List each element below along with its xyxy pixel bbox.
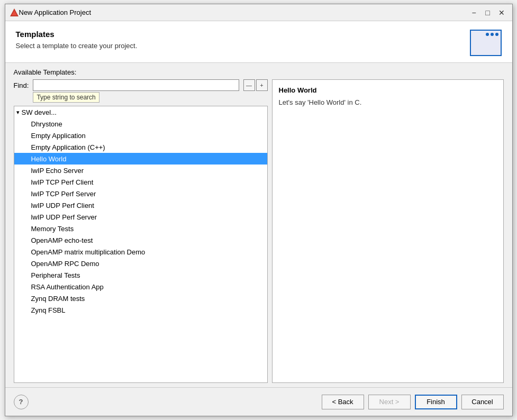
tree-item[interactable]: Empty Application xyxy=(14,130,267,141)
tree-item[interactable]: lwIP UDP Perf Client xyxy=(14,199,267,211)
find-input[interactable] xyxy=(33,79,239,91)
help-button[interactable]: ? xyxy=(14,395,29,409)
back-button[interactable]: < Back xyxy=(322,395,364,409)
dialog: New Application Project − □ ✕ Templates … xyxy=(5,4,513,416)
tree-item[interactable]: Dhrystone xyxy=(14,118,267,130)
collapse-all-button[interactable]: — xyxy=(243,79,255,91)
header-icon-dots xyxy=(486,33,498,36)
find-label: Find: xyxy=(14,81,29,89)
tree-item[interactable]: lwIP Echo Server xyxy=(14,165,267,176)
footer: ? < Back Next > Finish Cancel xyxy=(5,387,512,416)
tree-item[interactable]: lwIP TCP Perf Client xyxy=(14,176,267,188)
tree-item[interactable]: OpenAMP RPC Demo xyxy=(14,258,267,269)
detail-title: Hello World xyxy=(279,86,497,94)
header-subtitle: Select a template to create your project… xyxy=(16,42,470,50)
tree-item[interactable]: RSA Authentication App xyxy=(14,281,267,293)
left-panel: Find: Type string to search — + ▾ SW dev… xyxy=(14,79,268,383)
title-bar-text: New Application Project xyxy=(19,8,468,16)
find-row: Find: Type string to search — + xyxy=(14,79,268,91)
header-text: Templates Select a template to create yo… xyxy=(16,30,470,50)
dot-1 xyxy=(486,33,489,36)
available-templates-label: Available Templates: xyxy=(5,63,512,79)
dot-2 xyxy=(491,33,494,36)
title-bar: New Application Project − □ ✕ xyxy=(5,4,512,21)
tree-item[interactable]: Zynq FSBL xyxy=(14,304,267,316)
tree-parent-label: SW devel... xyxy=(22,108,57,116)
expand-icon: ▾ xyxy=(16,109,20,116)
tree-item[interactable]: Empty Application (C++) xyxy=(14,141,267,153)
tree-item[interactable]: Peripheral Tests xyxy=(14,269,267,281)
find-tooltip: Type string to search xyxy=(33,92,99,103)
finish-button[interactable]: Finish xyxy=(415,395,457,409)
tree-item[interactable]: OpenAMP echo-test xyxy=(14,234,267,246)
cancel-button[interactable]: Cancel xyxy=(461,395,504,409)
tree-item[interactable]: lwIP TCP Perf Server xyxy=(14,188,267,199)
tree-item[interactable]: OpenAMP matrix multiplication Demo xyxy=(14,246,267,258)
main-content: Available Templates: Find: Type string t… xyxy=(5,63,512,387)
find-input-wrapper: Type string to search xyxy=(33,79,239,91)
detail-description: Let's say 'Hello World' in C. xyxy=(279,98,497,106)
tree-item[interactable]: Hello World xyxy=(14,153,267,165)
maximize-button[interactable]: □ xyxy=(482,6,494,19)
find-buttons: — + xyxy=(243,79,268,91)
templates-area: Find: Type string to search — + ▾ SW dev… xyxy=(5,79,512,387)
dot-3 xyxy=(495,33,498,36)
close-button[interactable]: ✕ xyxy=(495,6,508,19)
tree-container: ▾ SW devel... DhrystoneEmpty Application… xyxy=(14,106,268,383)
footer-buttons: < Back Next > Finish Cancel xyxy=(322,395,504,409)
title-bar-buttons: − □ ✕ xyxy=(468,6,508,19)
app-logo-icon xyxy=(10,8,19,17)
header-section: Templates Select a template to create yo… xyxy=(5,21,512,63)
tree-item[interactable]: Memory Tests xyxy=(14,223,267,234)
next-button[interactable]: Next > xyxy=(368,395,411,409)
tree-children: DhrystoneEmpty ApplicationEmpty Applicat… xyxy=(14,118,267,316)
tree-item[interactable]: Zynq DRAM tests xyxy=(14,293,267,304)
header-icon-box xyxy=(470,30,502,56)
tree-parent-node[interactable]: ▾ SW devel... xyxy=(14,106,267,118)
tree-item[interactable]: lwIP UDP Perf Server xyxy=(14,211,267,223)
right-panel: Hello World Let's say 'Hello World' in C… xyxy=(272,79,504,383)
header-title: Templates xyxy=(16,30,470,39)
expand-all-button[interactable]: + xyxy=(256,79,268,91)
minimize-button[interactable]: − xyxy=(468,6,480,19)
